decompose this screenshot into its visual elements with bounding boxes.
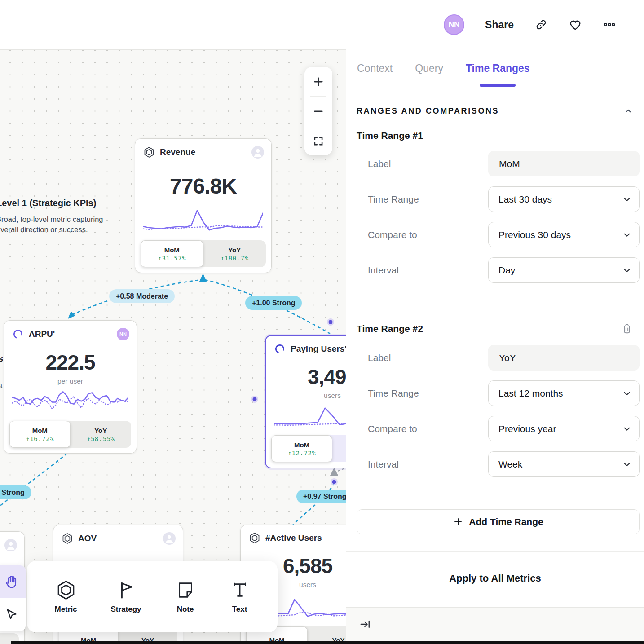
collapse-panel-icon [359, 618, 371, 631]
toggle-yoy[interactable]: YoY ↑58.55% [71, 421, 132, 448]
compare-to-select[interactable]: Previous 30 days [488, 222, 640, 247]
mom-change: ↑16.72% [26, 435, 54, 442]
toggle-mom[interactable]: MoM ↑31.57% [141, 240, 203, 267]
chevron-down-icon [622, 265, 632, 275]
app-window: NN Share [0, 0, 644, 644]
interval-select[interactable]: Week [488, 451, 640, 477]
side-panel: Context Query Time Ranges RANGES AND COM… [346, 49, 644, 644]
text-icon [229, 580, 250, 600]
clipped-text-fragment: a [0, 381, 2, 389]
field-row-compare-to: Compare to Previous year [357, 416, 640, 441]
zoom-controls [304, 67, 332, 155]
correlation-badge[interactable]: 66 Strong [0, 485, 31, 499]
add-metric-button[interactable]: Metric [54, 580, 77, 614]
chevron-down-icon [622, 424, 632, 434]
share-button[interactable]: Share [485, 19, 514, 31]
sparkline-chart [12, 388, 128, 416]
add-text-button[interactable]: Text [229, 580, 250, 614]
metric-value: 776.8K [135, 174, 271, 198]
canvas-note-level1[interactable]: Level 1 (Strategic KPIs) Broad, top-leve… [0, 198, 118, 235]
timerange-toggle: MoM ↑16.72% YoY ↑58.55% [9, 421, 131, 448]
field-label: Compare to [357, 229, 488, 240]
sparkline-chart [274, 402, 346, 431]
toggle-yoy[interactable] [332, 435, 346, 462]
add-time-range-button[interactable]: Add Time Range [357, 509, 640, 534]
avatar[interactable]: NN [444, 14, 464, 35]
metric-card-paying-users[interactable]: Paying Users' 3,495 users MoM ↑12.72% [265, 335, 346, 468]
metric-unit: users [266, 392, 346, 400]
add-note-button[interactable]: Note [175, 580, 196, 614]
card-title: #Active Users [265, 533, 346, 543]
select-cursor-icon [4, 608, 19, 622]
correlation-badge[interactable]: +1.00 Strong [245, 296, 302, 310]
note-title: Level 1 (Strategic KPIs) [0, 198, 118, 208]
toggle-mom[interactable]: MoM ↑12.72% [271, 435, 332, 462]
yoy-change: ↑180.7% [221, 255, 249, 262]
fit-view-button[interactable] [304, 126, 332, 155]
chevron-down-icon [622, 459, 632, 469]
trash-icon [621, 323, 633, 335]
time-range-2-header: Time Range #2 [357, 322, 633, 335]
section-ranges-and-comparisons[interactable]: RANGES AND COMPARISONS [357, 106, 633, 116]
add-strategy-button[interactable]: Strategy [111, 580, 141, 614]
time-range-select[interactable]: Last 30 days [488, 186, 640, 212]
apply-all-metrics-button[interactable]: Apply to All Metrics [346, 573, 644, 584]
divider [346, 551, 644, 552]
field-row-interval: Interval Week [357, 451, 640, 477]
field-label: Interval [357, 265, 488, 276]
collapse-panel-button[interactable] [359, 618, 371, 631]
top-header: NN Share [0, 0, 644, 49]
time-range-title: Time Range #2 [357, 323, 423, 334]
window-bottom-bar [11, 641, 644, 644]
timerange-toggle: MoM ↑31.57% YoY ↑180.7% [141, 240, 266, 267]
card-title: Paying Users' [291, 344, 346, 354]
field-row-time-range: Time Range Last 12 months [357, 380, 640, 406]
label-input[interactable] [488, 151, 640, 176]
metric-hexagon-icon [143, 146, 155, 158]
person-avatar-icon [251, 146, 264, 159]
correlation-badge[interactable]: +0.97 Strong [296, 490, 346, 503]
select-tool-button[interactable] [0, 598, 26, 631]
label-input[interactable] [488, 345, 640, 371]
sparkline-chart [143, 201, 263, 236]
canvas-toolbar: Metric Strategy Note Text [27, 561, 278, 632]
correlation-badge[interactable]: +0.58 Moderate [109, 289, 175, 303]
link-icon[interactable] [534, 18, 548, 31]
tab-context[interactable]: Context [357, 49, 393, 88]
zoom-out-button[interactable] [304, 97, 332, 126]
interval-select[interactable]: Day [488, 257, 640, 283]
hand-tool-button[interactable] [0, 565, 26, 598]
metric-card-arpu[interactable]: ARPU' NN 222.5 per user MoM ↑16.72% YoY … [4, 320, 137, 454]
note-icon [175, 580, 196, 600]
metric-card-revenue[interactable]: Revenue 776.8K MoM ↑31.57% YoY ↑180.7% [135, 138, 272, 273]
tab-query[interactable]: Query [415, 49, 443, 88]
field-label: Compare to [357, 423, 488, 434]
field-row-label: Label [357, 345, 640, 371]
delete-time-range-button[interactable] [621, 322, 633, 335]
section-title: RANGES AND COMPARISONS [357, 106, 499, 116]
time-range-select[interactable]: Last 12 months [488, 380, 640, 406]
tool-rail [0, 565, 26, 631]
panel-tabs: Context Query Time Ranges [346, 49, 644, 88]
chevron-down-icon [622, 194, 632, 204]
compare-to-select[interactable]: Previous year [488, 416, 640, 441]
hand-tool-icon [4, 574, 19, 590]
toggle-yoy[interactable]: YoY ↑180.7% [203, 240, 266, 267]
chevron-down-icon [622, 230, 632, 240]
favorite-heart-icon[interactable] [569, 18, 582, 31]
more-options-icon[interactable] [603, 18, 616, 31]
timerange-toggle: MoM ↑12.72% [271, 435, 346, 462]
metric-hexagon-icon [62, 533, 73, 544]
mom-change: ↑12.72% [288, 450, 316, 457]
person-avatar-icon [163, 532, 176, 545]
metric-hexagon-icon [249, 532, 260, 544]
card-title: ARPU' [29, 329, 112, 339]
metric-tree-canvas[interactable]: Level 1 (Strategic KPIs) Broad, top-leve… [0, 49, 346, 644]
toggle-mom[interactable]: MoM ↑16.72% [9, 421, 71, 448]
field-label: Label [357, 353, 488, 363]
tab-time-ranges[interactable]: Time Ranges [466, 49, 530, 88]
strategy-flag-icon [116, 580, 137, 600]
metric-value: 3,495 [266, 365, 346, 389]
yoy-change: ↑58.55% [87, 435, 115, 442]
zoom-in-button[interactable] [304, 67, 332, 96]
